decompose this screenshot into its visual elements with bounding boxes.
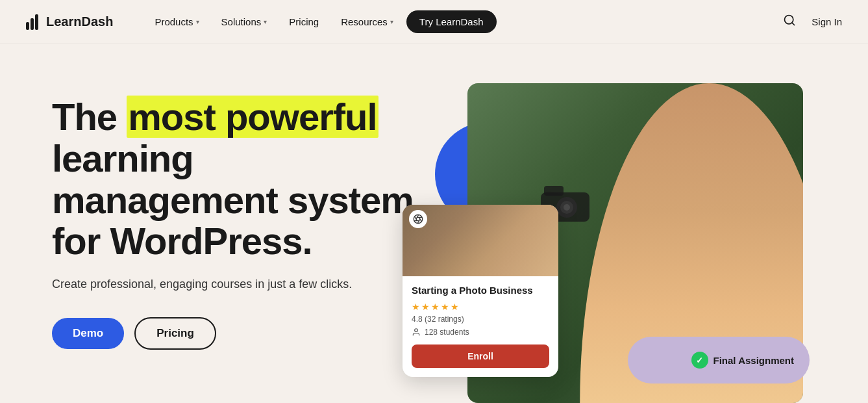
nav-links: Products ▾ Solutions ▾ Pricing Resources… bbox=[145, 10, 783, 33]
hero-headline: The most powerful learning management sy… bbox=[52, 96, 415, 262]
course-card: Starting a Photo Business ★ ★ ★ ★ ★ 4.8 … bbox=[403, 205, 558, 378]
nav-pricing[interactable]: Pricing bbox=[280, 11, 328, 32]
star-3: ★ bbox=[431, 302, 440, 312]
nav-right: Sign In bbox=[783, 14, 842, 30]
svg-point-14 bbox=[415, 329, 418, 332]
logo-text: LearnDash bbox=[46, 14, 113, 29]
user-icon bbox=[412, 328, 421, 337]
nav-resources[interactable]: Resources ▾ bbox=[332, 11, 403, 32]
chevron-down-icon: ▾ bbox=[196, 18, 199, 25]
course-card-image bbox=[403, 205, 558, 276]
nav-try-learndash[interactable]: Try LearnDash bbox=[406, 10, 497, 33]
final-assignment-badge-container: ✓ Final Assignment bbox=[628, 337, 810, 384]
hero-visuals: Starting a Photo Business ★ ★ ★ ★ ★ 4.8 … bbox=[415, 83, 842, 403]
course-rating: 4.8 (32 ratings) bbox=[412, 315, 549, 324]
pricing-button[interactable]: Pricing bbox=[134, 317, 216, 350]
hero-subtext: Create professional, engaging courses in… bbox=[52, 278, 415, 291]
svg-rect-3 bbox=[544, 186, 564, 196]
course-students: 128 students bbox=[412, 328, 549, 337]
hero-section: The most powerful learning management sy… bbox=[0, 44, 868, 403]
svg-point-6 bbox=[564, 204, 570, 211]
star-2: ★ bbox=[421, 302, 430, 312]
star-5: ★ bbox=[451, 302, 459, 312]
course-title: Starting a Photo Business bbox=[412, 284, 549, 297]
chevron-down-icon: ▾ bbox=[264, 18, 267, 25]
search-icon[interactable] bbox=[783, 14, 796, 30]
aperture-icon bbox=[409, 210, 427, 228]
sign-in-link[interactable]: Sign In bbox=[812, 16, 842, 27]
demo-button[interactable]: Demo bbox=[52, 318, 124, 349]
headline-after: learning management system for WordPress… bbox=[52, 137, 414, 263]
star-4: ★ bbox=[441, 302, 449, 312]
check-icon: ✓ bbox=[691, 352, 708, 369]
nav-solutions[interactable]: Solutions ▾ bbox=[212, 11, 277, 32]
svg-line-1 bbox=[792, 23, 795, 25]
final-assignment-label: Final Assignment bbox=[713, 355, 794, 366]
star-1: ★ bbox=[412, 302, 420, 312]
logo[interactable]: LearnDash bbox=[26, 14, 113, 30]
chevron-down-icon: ▾ bbox=[390, 18, 393, 25]
logo-icon bbox=[26, 14, 38, 30]
navigation: LearnDash Products ▾ Solutions ▾ Pricing… bbox=[0, 0, 868, 44]
final-assignment-badge: ✓ Final Assignment bbox=[691, 352, 794, 369]
nav-products[interactable]: Products ▾ bbox=[145, 11, 208, 32]
headline-highlight: most powerful bbox=[127, 96, 378, 138]
hero-buttons: Demo Pricing bbox=[52, 317, 415, 350]
course-stars: ★ ★ ★ ★ ★ bbox=[412, 302, 549, 312]
enroll-button[interactable]: Enroll bbox=[412, 344, 549, 368]
hero-content: The most powerful learning management sy… bbox=[52, 83, 415, 350]
headline-before: The bbox=[52, 96, 127, 138]
course-card-body: Starting a Photo Business ★ ★ ★ ★ ★ 4.8 … bbox=[403, 276, 558, 378]
